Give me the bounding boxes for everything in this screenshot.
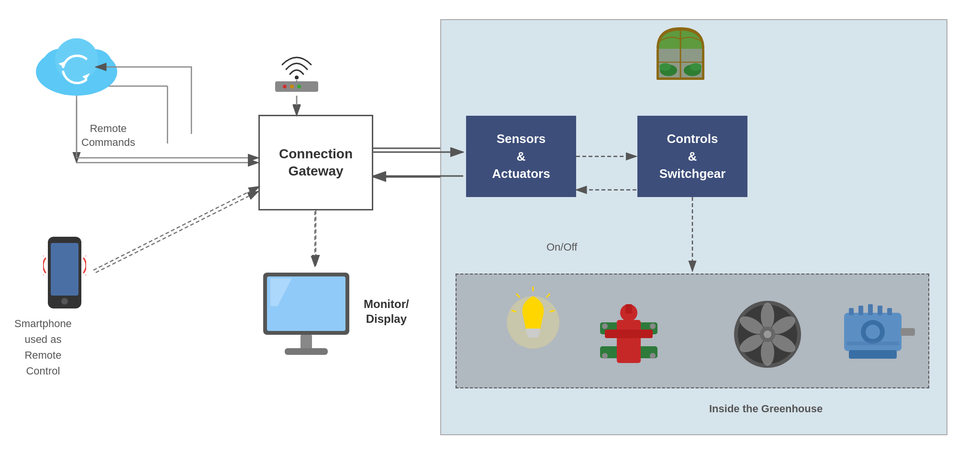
remote-commands-label: Remote Commands xyxy=(81,122,135,149)
inside-greenhouse-label: Inside the Greenhouse xyxy=(709,403,823,415)
svg-rect-50 xyxy=(605,330,653,338)
svg-rect-71 xyxy=(878,306,882,315)
cloud-icon xyxy=(29,29,124,100)
greenhouse-plant-icon xyxy=(652,25,709,82)
svg-line-43 xyxy=(546,294,550,297)
svg-point-56 xyxy=(650,353,656,359)
svg-point-62 xyxy=(761,339,774,366)
greenhouse-panel: Sensors & Actuators Controls & Switchgea… xyxy=(440,19,947,435)
svg-point-33 xyxy=(659,63,671,71)
svg-rect-40 xyxy=(527,332,539,335)
svg-point-66 xyxy=(764,330,771,338)
diagram-container: Remote Commands Connection xyxy=(0,0,980,451)
controls-label: Controls & Switchgear xyxy=(659,130,726,182)
gateway-label: Connection Gateway xyxy=(279,145,353,180)
svg-rect-77 xyxy=(849,350,897,359)
sensors-label: Sensors & Actuators xyxy=(492,130,550,182)
svg-rect-72 xyxy=(887,308,892,315)
svg-point-20 xyxy=(55,38,98,81)
svg-point-55 xyxy=(602,353,608,359)
controls-box: Controls & Switchgear xyxy=(637,116,747,197)
svg-rect-41 xyxy=(528,335,538,338)
svg-rect-86 xyxy=(285,348,328,355)
smartphone-icon xyxy=(43,234,86,311)
svg-rect-85 xyxy=(301,335,312,349)
svg-rect-39 xyxy=(526,329,540,332)
svg-point-54 xyxy=(650,323,656,329)
svg-point-23 xyxy=(295,76,299,79)
devices-panel xyxy=(456,274,929,388)
on-off-label: On/Off xyxy=(546,241,577,253)
svg-rect-24 xyxy=(275,81,318,92)
svg-rect-68 xyxy=(849,308,854,315)
svg-point-35 xyxy=(690,63,702,71)
svg-line-15 xyxy=(96,191,258,273)
sensors-box: Sensors & Actuators xyxy=(466,116,576,197)
svg-rect-76 xyxy=(846,341,899,345)
svg-line-96 xyxy=(93,187,259,270)
svg-point-26 xyxy=(290,85,294,88)
svg-rect-49 xyxy=(617,320,641,363)
monitor-label: Monitor/Display xyxy=(364,297,409,326)
svg-point-89 xyxy=(61,298,68,305)
svg-point-59 xyxy=(761,303,774,330)
svg-rect-88 xyxy=(51,243,78,296)
svg-point-53 xyxy=(602,323,608,329)
monitor-icon xyxy=(258,268,354,363)
svg-point-27 xyxy=(297,85,301,88)
svg-line-44 xyxy=(516,294,520,297)
svg-rect-73 xyxy=(901,328,915,336)
svg-rect-70 xyxy=(868,304,873,315)
svg-rect-52 xyxy=(625,304,632,314)
svg-point-75 xyxy=(866,325,880,339)
svg-rect-69 xyxy=(858,306,863,315)
svg-point-25 xyxy=(283,85,287,88)
router-icon xyxy=(268,43,325,96)
gateway-box: Connection Gateway xyxy=(258,115,373,210)
smartphone-label: Smartphoneused asRemoteControl xyxy=(14,316,72,379)
